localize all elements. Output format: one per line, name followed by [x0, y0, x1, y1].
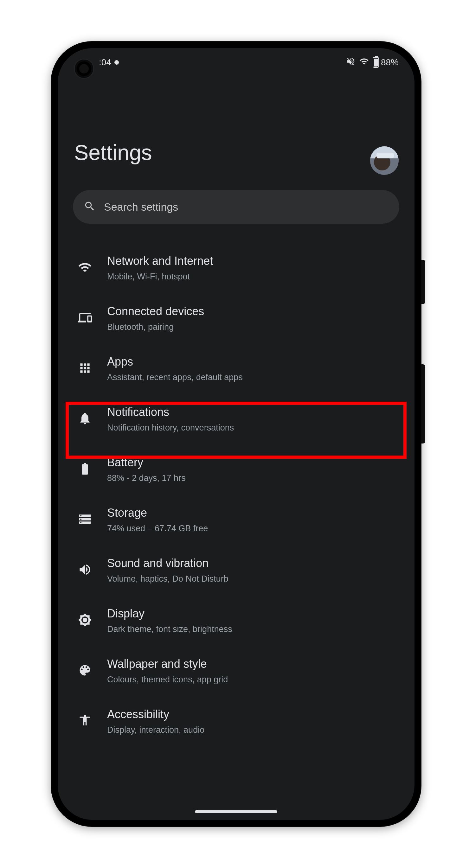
- item-subtitle: Mobile, Wi-Fi, hotspot: [107, 271, 399, 282]
- wifi-icon: [78, 260, 92, 276]
- status-bar: :04 88%: [58, 48, 414, 77]
- devices-icon: [78, 311, 92, 326]
- battery-percent: 88%: [381, 57, 399, 67]
- search-placeholder: Search settings: [104, 201, 178, 213]
- item-title: Wallpaper and style: [107, 656, 399, 672]
- storage-icon: [78, 512, 92, 527]
- brightness-icon: [78, 613, 92, 628]
- item-title: Display: [107, 606, 399, 622]
- svg-rect-3: [377, 153, 394, 158]
- settings-list: Network and Internet Mobile, Wi-Fi, hots…: [58, 243, 414, 746]
- item-title: Notifications: [107, 405, 399, 420]
- item-title: Storage: [107, 505, 399, 521]
- settings-item-sound[interactable]: Sound and vibration Volume, haptics, Do …: [58, 545, 414, 595]
- item-subtitle: Dark theme, font size, brightness: [107, 623, 399, 635]
- search-icon: [84, 200, 96, 214]
- page-title: Settings: [58, 77, 414, 165]
- palette-icon: [78, 663, 92, 679]
- item-title: Connected devices: [107, 304, 399, 319]
- item-subtitle: Bluetooth, pairing: [107, 321, 399, 333]
- settings-item-apps[interactable]: Apps Assistant, recent apps, default app…: [58, 343, 414, 394]
- item-title: Sound and vibration: [107, 556, 399, 571]
- apps-grid-icon: [78, 361, 92, 376]
- item-title: Battery: [107, 455, 399, 470]
- settings-item-battery[interactable]: Battery 88% - 2 days, 17 hrs: [58, 444, 414, 495]
- item-subtitle: Colours, themed icons, app grid: [107, 674, 399, 685]
- phone-frame: :04 88%: [51, 41, 421, 827]
- item-title: Accessibility: [107, 707, 399, 722]
- settings-item-connected-devices[interactable]: Connected devices Bluetooth, pairing: [58, 293, 414, 343]
- item-title: Network and Internet: [107, 253, 399, 269]
- search-settings-field[interactable]: Search settings: [73, 190, 399, 224]
- item-title: Apps: [107, 354, 399, 370]
- settings-item-display[interactable]: Display Dark theme, font size, brightnes…: [58, 595, 414, 646]
- notification-dot-icon: [114, 60, 119, 65]
- camera-punch-hole: [75, 60, 93, 78]
- settings-item-storage[interactable]: Storage 74% used – 67.74 GB free: [58, 495, 414, 545]
- settings-item-notifications[interactable]: Notifications Notification history, conv…: [58, 394, 414, 444]
- item-subtitle: Display, interaction, audio: [107, 724, 399, 736]
- settings-item-wallpaper[interactable]: Wallpaper and style Colours, themed icon…: [58, 646, 414, 696]
- item-subtitle: Notification history, conversations: [107, 422, 399, 433]
- item-subtitle: Assistant, recent apps, default apps: [107, 372, 399, 383]
- wifi-icon: [359, 57, 369, 68]
- battery-icon: [78, 462, 92, 477]
- item-subtitle: 88% - 2 days, 17 hrs: [107, 472, 399, 484]
- item-subtitle: Volume, haptics, Do Not Disturb: [107, 573, 399, 585]
- battery-icon: [373, 57, 379, 68]
- profile-avatar[interactable]: [370, 146, 399, 175]
- mute-icon: [346, 57, 356, 68]
- settings-item-network[interactable]: Network and Internet Mobile, Wi-Fi, hots…: [58, 243, 414, 293]
- status-time: :04: [99, 57, 111, 67]
- home-indicator[interactable]: [195, 810, 277, 813]
- item-subtitle: 74% used – 67.74 GB free: [107, 523, 399, 534]
- volume-icon: [78, 563, 92, 578]
- screen: :04 88%: [58, 48, 414, 820]
- bell-icon: [78, 411, 92, 427]
- accessibility-icon: [78, 714, 92, 729]
- settings-item-accessibility[interactable]: Accessibility Display, interaction, audi…: [58, 696, 414, 746]
